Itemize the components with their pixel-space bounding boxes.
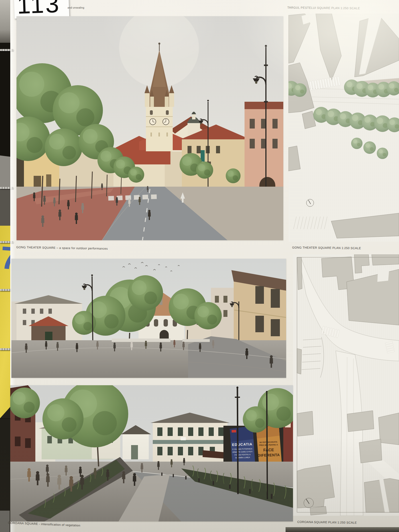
- building-sign: [181, 437, 186, 440]
- coroana-render-image: EDUCATIA E CEA MAI PUTERNICA ARMA PE CAR…: [10, 385, 293, 521]
- banner-blue-title: EDUCATIA: [232, 442, 253, 447]
- middle-square-render-image: [11, 259, 286, 378]
- gong-plan-image: [288, 14, 399, 242]
- caption-gong-render: GONG THEATER SQUARE – a space for outdoo…: [16, 245, 108, 250]
- banner-blue-line: FOLOSI PENTRU A: [235, 453, 251, 456]
- banner-orange-big: FACE: [263, 447, 274, 452]
- header-note: and unsealing: [68, 6, 84, 9]
- gong-render-image: [17, 16, 283, 240]
- caption-coroana-plan: COROANA SQUARE PLAN 1:250 SCALE: [297, 520, 357, 524]
- board-content: 113 and unsealing TARGUL PESTELUI SQUARE…: [0, 0, 399, 532]
- photo-scene: 7 113 and unsealing TARGUL PESTELUI SQUA…: [0, 0, 399, 532]
- caption-coroana-render: COROANA SQUARE - intensification of vege…: [8, 521, 80, 527]
- caption-gong-plan: GONG THEATER SQUARE PLAN 1:250 SCALE: [292, 246, 361, 250]
- table-edge: [286, 527, 399, 532]
- entry-number-card: 113: [14, 0, 69, 19]
- caption-targul-pestelui-plan: TARGUL PESTELUI SQUARE PLAN 1:250 SCALE: [287, 6, 360, 10]
- banner-orange-big: DIFERENTA: [258, 453, 280, 458]
- left-buildings: [11, 295, 83, 341]
- entry-number: 113: [17, 0, 61, 19]
- plaza: [11, 336, 286, 378]
- coroana-plan-image: [293, 254, 399, 516]
- long-building: [150, 413, 230, 462]
